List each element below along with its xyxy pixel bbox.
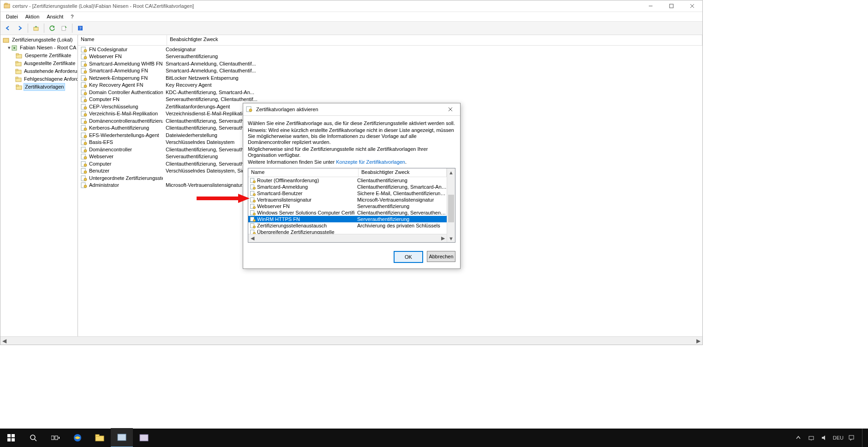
menu-help[interactable]: ? [67,13,77,20]
scroll-left-icon[interactable]: ◀ [248,235,256,242]
tree-root[interactable]: Zertifizierungsstelle (Lokal) [1,36,78,44]
template-row[interactable]: Smartcard-Anmeldung WHfB FNSmartcard-Anm… [78,60,702,67]
tree-node-templates[interactable]: Zertifikatvorlagen [1,83,78,91]
action-center-icon[interactable] [848,435,855,441]
dialog-row[interactable]: Übergreifende Zertifizierungsstelle [248,229,447,234]
column-purpose[interactable]: Beabsichtigter Zweck [167,35,702,45]
cancel-button[interactable]: Abbrechen [427,251,455,262]
dialog-h-scrollbar[interactable]: ◀ ▶ [248,234,447,242]
menu-datei[interactable]: Datei [2,13,22,20]
scroll-right-icon[interactable]: ▶ [694,337,702,344]
dialog-row[interactable]: VertrauenslistensignaturMicrosoft-Vertra… [248,197,447,203]
show-desktop-button[interactable] [862,429,865,447]
dialog-col-purpose[interactable]: Beabsichtigter Zweck [359,168,447,177]
template-row[interactable]: Smartcard-Anmeldung FNSmartcard-Anmeldun… [78,67,702,75]
template-name: FN Codesignatur [89,47,127,52]
dialog-row-name: Smartcard-Benutzer [257,191,302,196]
certificate-icon [81,75,87,81]
dialog-row[interactable]: Smartcard-BenutzerSichere E-Mail, Client… [248,190,447,197]
help-button[interactable]: ? [75,23,86,34]
tree-ca-label: Fabian Niesen - Root CA [18,44,78,52]
export-button[interactable] [59,23,70,34]
search-button[interactable] [22,429,44,447]
menu-ansicht[interactable]: Ansicht [43,13,67,20]
template-row[interactable]: Webserver FNServerauthentifizierung [78,53,702,60]
svg-point-56 [84,164,87,167]
scroll-down-icon[interactable]: ▼ [447,234,455,242]
tree-node-failed[interactable]: Fehlgeschlagene Anforder [1,75,78,83]
taskbar-ie[interactable] [66,429,89,447]
certificate-icon [81,167,87,174]
taskbar-mmc[interactable] [133,429,155,447]
certificate-icon [81,153,87,160]
tree-pane[interactable]: Zertifizierungsstelle (Lokal) ▾ Fabian N… [0,35,78,336]
dialog-row[interactable]: Smartcard-AnmeldungClientauthentifizieru… [248,184,447,190]
dialog-row-name: Vertrauenslistensignatur [257,197,311,203]
dialog-title: Zertifikatvorlagen aktivieren [256,107,443,112]
dialog-col-name[interactable]: Name [248,168,359,177]
certificate-icon [81,89,87,95]
dialog-row-name: Smartcard-Anmeldung [257,184,308,190]
dialog-row[interactable]: Router (Offlineanforderung)Clientauthent… [248,177,447,184]
network-icon[interactable] [807,434,815,442]
dialog-close-button[interactable] [443,105,457,114]
scroll-track[interactable] [447,176,455,234]
start-button[interactable] [0,429,22,447]
back-button[interactable] [2,23,13,34]
dialog-row[interactable]: Windows Server Solutions Computer Certif… [248,209,447,216]
column-name[interactable]: Name [78,35,167,45]
dialog-desc-4-pre: Weitere Informationen finden Sie unter [248,159,336,165]
up-button[interactable] [30,23,42,34]
taskbar-certsrv[interactable] [111,428,133,447]
titlebar: certsrv - [Zertifizierungsstelle (Lokal)… [0,0,702,12]
tray-up-icon[interactable] [794,434,802,442]
minimize-button[interactable] [640,0,661,12]
tree-node-issued[interactable]: Ausgestellte Zertifikate [1,60,78,67]
dialog-row[interactable]: WinRM HTTPS FNServerauthentifizierung [248,216,447,222]
template-row[interactable]: Key Recovery Agent FNKey Recovery Agent [78,82,702,89]
enable-templates-dialog: Zertifikatvorlagen aktivieren Wählen Sie… [243,103,461,269]
dialog-row[interactable]: ZertifizierungsstellenaustauschArchivier… [248,222,447,229]
tree-ca[interactable]: ▾ Fabian Niesen - Root CA [1,44,78,52]
dialog-list-body[interactable]: Router (Offlineanforderung)Clientauthent… [248,177,447,234]
task-view-button[interactable] [44,429,66,447]
expand-icon[interactable]: ▾ [8,44,11,51]
template-row[interactable]: Computer FNServerauthentifizierung, Clie… [78,96,702,103]
tree-label: Ausstehende Anforderung [23,67,78,75]
dialog-v-scrollbar[interactable]: ▲ ▼ [447,168,455,242]
template-purpose: Smartcard-Anmeldung, Clientauthentif... [163,61,702,66]
scroll-left-icon[interactable]: ◀ [0,337,8,344]
template-row[interactable]: Domain Controller Authentication (K...KD… [78,89,702,96]
svg-point-48 [84,135,87,138]
svg-rect-18 [16,69,18,71]
tree-node-revoked[interactable]: Gesperrte Zertifikate [1,52,78,60]
scroll-track[interactable] [8,337,694,344]
system-tray[interactable] [794,434,828,442]
dialog-row[interactable]: Webserver FNServerauthentifizierung [248,203,447,209]
template-name: Kerberos-Authentifizierung [89,125,149,131]
scroll-right-icon[interactable]: ▶ [439,235,447,242]
template-row[interactable]: Netzwerk-Entsperrung FNBitLocker Netzwer… [78,74,702,82]
concepts-link[interactable]: Konzepte für Zertifikatvorlagen [336,159,405,165]
ok-button[interactable]: OK [394,251,423,263]
svg-point-38 [84,99,87,102]
refresh-button[interactable] [47,23,58,34]
template-name: Webserver [89,154,114,159]
taskbar: DEU [0,429,868,447]
template-row[interactable]: FN CodesignaturCodesignatur [78,46,702,53]
tree: Zertifizierungsstelle (Lokal) ▾ Fabian N… [0,35,78,91]
maximize-button[interactable] [661,0,682,12]
close-button[interactable] [682,0,702,12]
svg-point-78 [253,213,256,215]
forward-button[interactable] [14,23,25,34]
svg-point-52 [84,149,87,152]
scroll-thumb[interactable] [448,195,454,222]
tree-node-pending[interactable]: Ausstehende Anforderung [1,67,78,75]
scroll-up-icon[interactable]: ▲ [447,168,455,176]
svg-text:?: ? [79,26,82,31]
h-scrollbar[interactable]: ◀ ▶ [0,336,702,345]
menu-aktion[interactable]: Aktion [22,13,43,20]
language-indicator[interactable]: DEU [833,435,844,441]
taskbar-explorer[interactable] [89,429,111,447]
volume-icon[interactable] [820,434,828,442]
